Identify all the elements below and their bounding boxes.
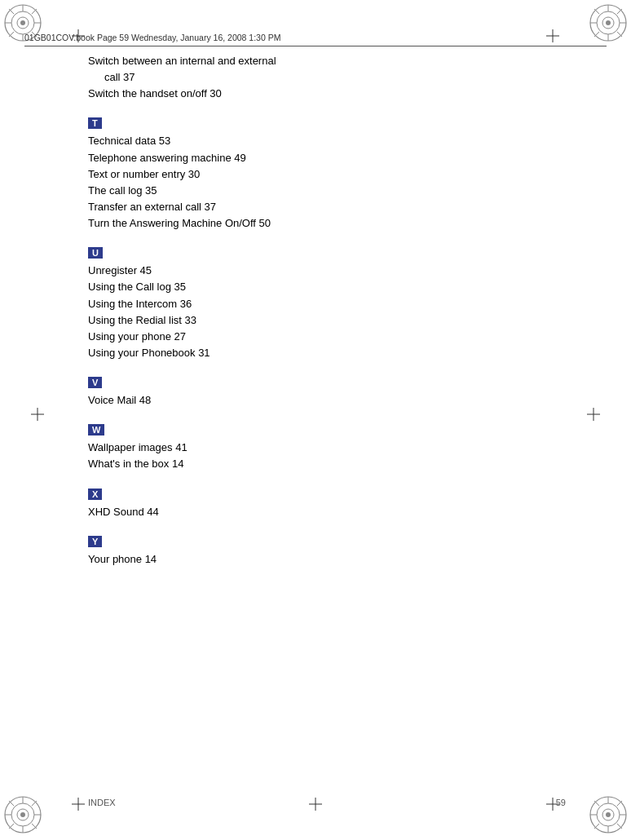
svg-point-35 [20, 812, 25, 817]
w-section: W Wallpaper images 41 What's in the box … [88, 423, 566, 472]
section-header-y: Y [88, 536, 102, 547]
entry-switch-3: Switch the handset on/off 30 [88, 86, 566, 102]
section-header-t: T [88, 117, 102, 129]
y-section: Y Your phone 14 [88, 535, 566, 568]
section-header-u: U [88, 247, 103, 259]
switch-section: Switch between an internal and external … [88, 53, 566, 102]
svg-line-20 [617, 32, 622, 37]
svg-line-31 [9, 801, 14, 806]
svg-line-46 [594, 824, 599, 829]
svg-line-34 [9, 824, 14, 829]
svg-line-7 [9, 9, 14, 14]
entry-u-6: Using your Phonebook 31 [88, 345, 566, 361]
header-text: 01GB01COV.book Page 59 Wednesday, Januar… [24, 33, 280, 42]
svg-point-11 [20, 20, 25, 25]
entry-u-1: Unregister 45 [88, 263, 566, 279]
t-section: T Technical data 53 Telephone answering … [88, 117, 566, 232]
svg-line-45 [617, 801, 622, 806]
entry-u-2: Using the Call log 35 [88, 279, 566, 295]
entry-switch-2: call 37 [88, 69, 566, 86]
svg-line-9 [32, 9, 37, 14]
entry-u-5: Using your phone 27 [88, 329, 566, 345]
corner-decoration-br [589, 795, 628, 837]
crosshair-bot-left [72, 798, 85, 811]
svg-line-44 [617, 824, 622, 829]
entry-x-1: XHD Sound 44 [88, 504, 566, 520]
main-content: Switch between an internal and external … [88, 53, 566, 582]
section-header-x: X [88, 489, 102, 500]
u-section: U Unregister 45 Using the Call log 35 Us… [88, 246, 566, 361]
footer-right: 59 [556, 798, 566, 807]
svg-point-47 [606, 812, 611, 817]
x-section: X XHD Sound 44 [88, 488, 566, 520]
section-header-w: W [88, 424, 104, 435]
entry-t-1: Technical data 53 [88, 133, 566, 149]
entry-u-3: Using the Intercom 36 [88, 296, 566, 312]
section-header-v: V [88, 377, 102, 388]
svg-line-33 [32, 801, 37, 806]
entry-w-1: Wallpaper images 41 [88, 440, 566, 456]
entry-t-6: Turn the Answering Machine On/Off 50 [88, 215, 566, 232]
svg-line-21 [617, 9, 622, 14]
v-section: V Voice Mail 48 [88, 376, 566, 409]
footer-left: INDEX [88, 798, 116, 807]
header-bar: 01GB01COV.book Page 59 Wednesday, Januar… [24, 33, 607, 46]
entry-t-5: Transfer an external call 37 [88, 199, 566, 215]
page: 01GB01COV.book Page 59 Wednesday, Januar… [0, 0, 631, 840]
crosshair-mid-right [587, 408, 600, 421]
entry-switch-1: Switch between an internal and external [88, 53, 566, 69]
svg-line-32 [32, 824, 37, 829]
svg-line-43 [594, 801, 599, 806]
entry-t-2: Telephone answering machine 49 [88, 150, 566, 166]
entry-v-1: Voice Mail 48 [88, 392, 566, 409]
entry-t-3: Text or number entry 30 [88, 166, 566, 183]
entry-t-4: The call log 35 [88, 183, 566, 199]
svg-point-23 [606, 20, 611, 25]
corner-decoration-bl [3, 795, 42, 837]
entry-w-2: What's in the box 14 [88, 456, 566, 472]
crosshair-mid-left [31, 408, 44, 421]
svg-line-10 [9, 32, 14, 37]
svg-line-19 [594, 9, 599, 14]
entry-u-4: Using the Redial list 33 [88, 312, 566, 329]
entry-y-1: Your phone 14 [88, 551, 566, 568]
footer: INDEX 59 [88, 798, 566, 807]
